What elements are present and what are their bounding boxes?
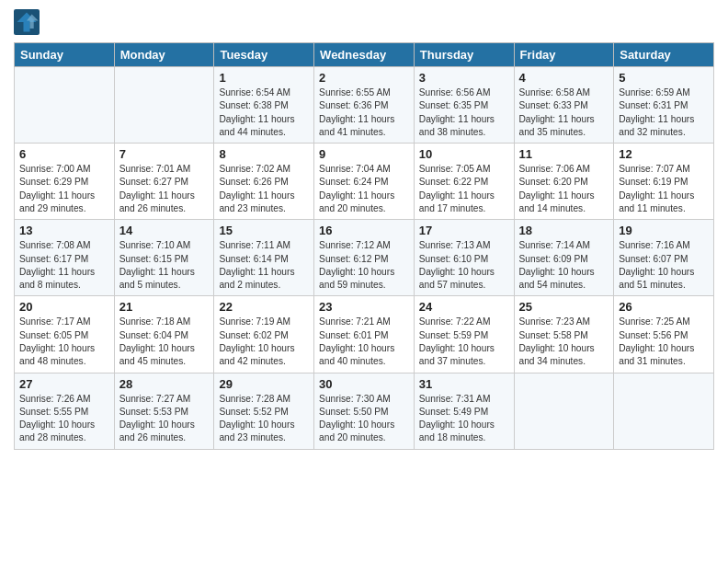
day-info: Sunrise: 7:01 AMSunset: 6:27 PMDaylight:… [119,163,210,215]
day-info: Sunrise: 7:07 AMSunset: 6:19 PMDaylight:… [619,163,709,215]
day-number: 11 [519,147,609,161]
day-info: Sunrise: 7:13 AMSunset: 6:10 PMDaylight:… [419,239,509,292]
calendar-table: SundayMondayTuesdayWednesdayThursdayFrid… [14,42,714,450]
calendar-cell: 15Sunrise: 7:11 AMSunset: 6:14 PMDayligh… [214,220,314,296]
calendar-cell: 1Sunrise: 6:54 AMSunset: 6:38 PMDaylight… [214,67,314,144]
day-info: Sunrise: 7:11 AMSunset: 6:14 PMDaylight:… [219,239,309,292]
day-info: Sunrise: 7:27 AMSunset: 5:53 PMDaylight:… [119,393,210,445]
day-number: 25 [519,300,609,314]
page: SundayMondayTuesdayWednesdayThursdayFrid… [0,0,728,459]
day-info: Sunrise: 7:22 AMSunset: 5:59 PMDaylight:… [419,316,509,368]
calendar-cell: 16Sunrise: 7:12 AMSunset: 6:12 PMDayligh… [314,220,415,296]
day-number: 30 [319,377,409,391]
day-number: 5 [619,71,709,85]
day-info: Sunrise: 7:28 AMSunset: 5:52 PMDaylight:… [219,393,309,445]
day-info: Sunrise: 7:17 AMSunset: 6:05 PMDaylight:… [19,316,109,368]
calendar-cell: 21Sunrise: 7:18 AMSunset: 6:04 PMDayligh… [114,296,214,373]
calendar-cell: 24Sunrise: 7:22 AMSunset: 5:59 PMDayligh… [414,296,514,373]
calendar-cell: 7Sunrise: 7:01 AMSunset: 6:27 PMDaylight… [114,144,214,220]
col-header-sunday: Sunday [15,43,115,67]
calendar-cell [15,67,115,144]
day-number: 24 [419,300,509,314]
day-number: 3 [419,71,509,85]
col-header-friday: Friday [514,43,614,67]
day-info: Sunrise: 7:21 AMSunset: 6:01 PMDaylight:… [319,316,409,368]
day-number: 22 [219,300,309,314]
day-info: Sunrise: 7:08 AMSunset: 6:17 PMDaylight:… [19,239,109,292]
day-number: 6 [19,147,109,161]
day-info: Sunrise: 6:56 AMSunset: 6:35 PMDaylight:… [419,86,509,139]
day-info: Sunrise: 7:16 AMSunset: 6:07 PMDaylight:… [619,239,709,292]
day-number: 28 [119,377,210,391]
calendar-week-4: 20Sunrise: 7:17 AMSunset: 6:05 PMDayligh… [15,296,714,373]
calendar-week-3: 13Sunrise: 7:08 AMSunset: 6:17 PMDayligh… [15,220,714,296]
day-info: Sunrise: 6:54 AMSunset: 6:38 PMDaylight:… [219,86,309,139]
calendar-cell [614,373,714,449]
calendar-cell: 25Sunrise: 7:23 AMSunset: 5:58 PMDayligh… [514,296,614,373]
day-number: 19 [619,224,709,237]
calendar-cell: 17Sunrise: 7:13 AMSunset: 6:10 PMDayligh… [414,220,514,296]
calendar-week-1: 1Sunrise: 6:54 AMSunset: 6:38 PMDaylight… [15,67,714,144]
calendar-cell: 5Sunrise: 6:59 AMSunset: 6:31 PMDaylight… [614,67,714,144]
day-number: 20 [19,300,109,314]
day-number: 4 [519,71,609,85]
calendar-cell: 19Sunrise: 7:16 AMSunset: 6:07 PMDayligh… [614,220,714,296]
day-info: Sunrise: 7:26 AMSunset: 5:55 PMDaylight:… [19,393,109,445]
calendar-cell: 23Sunrise: 7:21 AMSunset: 6:01 PMDayligh… [314,296,415,373]
day-info: Sunrise: 7:30 AMSunset: 5:50 PMDaylight:… [319,393,409,445]
calendar-cell: 2Sunrise: 6:55 AMSunset: 6:36 PMDaylight… [314,67,415,144]
calendar-cell: 3Sunrise: 6:56 AMSunset: 6:35 PMDaylight… [414,67,514,144]
calendar-cell: 12Sunrise: 7:07 AMSunset: 6:19 PMDayligh… [614,144,714,220]
day-info: Sunrise: 7:12 AMSunset: 6:12 PMDaylight:… [319,239,409,292]
day-info: Sunrise: 7:04 AMSunset: 6:24 PMDaylight:… [319,163,409,215]
col-header-monday: Monday [114,43,214,67]
day-number: 23 [319,300,409,314]
calendar-cell: 20Sunrise: 7:17 AMSunset: 6:05 PMDayligh… [15,296,115,373]
day-number: 2 [319,71,409,85]
calendar-cell: 28Sunrise: 7:27 AMSunset: 5:53 PMDayligh… [114,373,214,449]
calendar-cell: 6Sunrise: 7:00 AMSunset: 6:29 PMDaylight… [15,144,115,220]
calendar-cell: 8Sunrise: 7:02 AMSunset: 6:26 PMDaylight… [214,144,314,220]
calendar-cell: 27Sunrise: 7:26 AMSunset: 5:55 PMDayligh… [15,373,115,449]
day-number: 15 [219,224,309,237]
day-info: Sunrise: 7:31 AMSunset: 5:49 PMDaylight:… [419,393,509,445]
day-number: 9 [319,147,409,161]
calendar-cell: 31Sunrise: 7:31 AMSunset: 5:49 PMDayligh… [414,373,514,449]
day-number: 16 [319,224,409,237]
col-header-tuesday: Tuesday [214,43,314,67]
calendar-cell: 9Sunrise: 7:04 AMSunset: 6:24 PMDaylight… [314,144,415,220]
calendar-cell: 22Sunrise: 7:19 AMSunset: 6:02 PMDayligh… [214,296,314,373]
day-info: Sunrise: 7:19 AMSunset: 6:02 PMDaylight:… [219,316,309,368]
calendar-cell: 14Sunrise: 7:10 AMSunset: 6:15 PMDayligh… [114,220,214,296]
day-number: 7 [119,147,210,161]
day-number: 12 [619,147,709,161]
calendar-cell: 10Sunrise: 7:05 AMSunset: 6:22 PMDayligh… [414,144,514,220]
day-info: Sunrise: 7:02 AMSunset: 6:26 PMDaylight:… [219,163,309,215]
day-number: 14 [119,224,210,237]
calendar-cell: 11Sunrise: 7:06 AMSunset: 6:20 PMDayligh… [514,144,614,220]
day-info: Sunrise: 6:58 AMSunset: 6:33 PMDaylight:… [519,86,609,139]
day-info: Sunrise: 7:14 AMSunset: 6:09 PMDaylight:… [519,239,609,292]
day-info: Sunrise: 7:06 AMSunset: 6:20 PMDaylight:… [519,163,609,215]
calendar-cell: 29Sunrise: 7:28 AMSunset: 5:52 PMDayligh… [214,373,314,449]
calendar-cell: 18Sunrise: 7:14 AMSunset: 6:09 PMDayligh… [514,220,614,296]
col-header-wednesday: Wednesday [314,43,415,67]
calendar-week-2: 6Sunrise: 7:00 AMSunset: 6:29 PMDaylight… [15,144,714,220]
day-info: Sunrise: 7:23 AMSunset: 5:58 PMDaylight:… [519,316,609,368]
calendar-cell [514,373,614,449]
day-info: Sunrise: 7:00 AMSunset: 6:29 PMDaylight:… [19,163,109,215]
day-number: 18 [519,224,609,237]
col-header-saturday: Saturday [614,43,714,67]
calendar-cell [114,67,214,144]
day-number: 1 [219,71,309,85]
header [14,9,714,35]
logo [14,9,43,35]
day-number: 27 [19,377,109,391]
day-info: Sunrise: 7:05 AMSunset: 6:22 PMDaylight:… [419,163,509,215]
calendar-cell: 13Sunrise: 7:08 AMSunset: 6:17 PMDayligh… [15,220,115,296]
day-info: Sunrise: 7:25 AMSunset: 5:56 PMDaylight:… [619,316,709,368]
day-info: Sunrise: 7:10 AMSunset: 6:15 PMDaylight:… [119,239,210,292]
calendar-header: SundayMondayTuesdayWednesdayThursdayFrid… [15,43,714,67]
calendar-cell: 26Sunrise: 7:25 AMSunset: 5:56 PMDayligh… [614,296,714,373]
logo-icon [14,9,40,35]
